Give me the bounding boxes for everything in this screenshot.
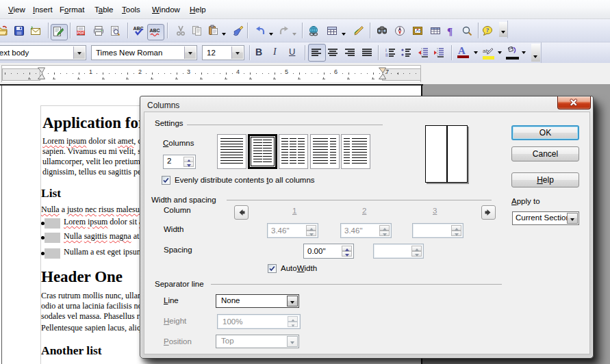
- svg-text:?: ?: [486, 27, 490, 34]
- svg-text:I: I: [385, 48, 387, 53]
- svg-text:ABC: ABC: [149, 28, 160, 33]
- svg-text:PDF: PDF: [77, 31, 86, 35]
- svg-text:II: II: [385, 53, 388, 57]
